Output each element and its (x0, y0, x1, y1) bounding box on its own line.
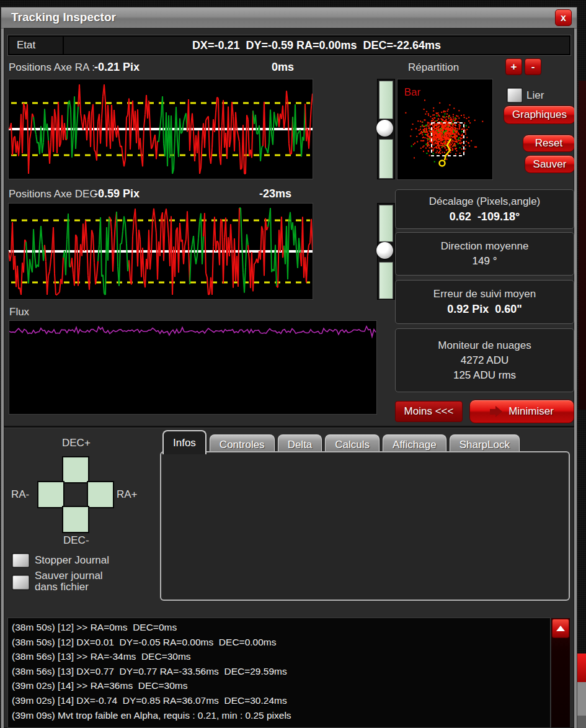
status-value: DX=-0.21 DY=-0.59 RA=0.00ms DEC=-22.64ms (64, 39, 569, 52)
moins-label: Moins <<< (404, 405, 454, 418)
nuages-title: Moniteur de nuages (438, 339, 531, 352)
decalage-box: Décalage (Pixels,angle) 0.62 -109.18° (395, 189, 574, 229)
decalage-value: 0.62 -109.18° (450, 210, 520, 223)
nuages-box: Moniteur de nuages 4272 ADU 125 ADU rms (395, 328, 574, 392)
dec-minus-label: DEC- (63, 534, 89, 547)
minus-icon: - (531, 61, 535, 73)
dec-slider-track-top[interactable] (379, 205, 393, 242)
log-area[interactable]: (38m 50s) [12] >> RA=0ms DEC=0ms (38m 50… (7, 618, 551, 728)
ra-plus-button[interactable] (87, 481, 114, 508)
minimiser-label: Minimiser (508, 405, 554, 418)
decalage-title: Décalage (Pixels,angle) (429, 195, 541, 208)
background-gray-block (577, 682, 586, 716)
log-line: (38m 56s) [13] DX=0.77 DY=0.77 RA=-33.56… (12, 664, 550, 679)
dec-slider-track-bottom[interactable] (379, 262, 393, 299)
plus-icon: + (511, 61, 517, 73)
nuages-value1: 4272 ADU (461, 354, 509, 367)
tab-infos[interactable]: Infos (162, 430, 206, 454)
dec-plus-button[interactable] (62, 456, 89, 483)
window-title: Tracking Inspector (11, 11, 116, 24)
dec-plus-label: DEC+ (62, 437, 91, 449)
log-line: (38m 50s) [12] DX=0.01 DY=-0.05 RA=0.00m… (12, 635, 550, 650)
ra-pix-value: -0.21 Pix (94, 61, 140, 74)
close-button[interactable]: x (555, 9, 572, 26)
infos-tab-panel (160, 451, 570, 601)
ra-slider-track-bottom[interactable] (379, 139, 393, 179)
graphiques-label: Graphiques (512, 109, 567, 121)
close-icon: x (561, 12, 566, 24)
dec-ms-value: -23ms (259, 187, 291, 200)
zoom-minus-button[interactable]: - (525, 58, 541, 75)
direction-title: Direction moyenne (441, 240, 529, 253)
ra-position-graph (8, 79, 313, 179)
scroll-up-icon (556, 626, 565, 631)
minimize-arrow-icon (490, 406, 502, 417)
scatter-corner-label: Bar (404, 86, 420, 99)
dec-pix-value: -0.59 Pix (94, 187, 140, 200)
scroll-up-button[interactable] (552, 619, 569, 638)
ra-plus-label: RA+ (117, 488, 138, 501)
minimiser-button[interactable]: Minimiser (469, 400, 574, 423)
repartition-label: Répartition (408, 61, 459, 74)
erreur-value: 0.92 Pix 0.60" (447, 303, 522, 316)
ra-minus-button[interactable] (37, 481, 64, 508)
title-bar[interactable]: Tracking Inspector x (1, 7, 577, 29)
background-gray-block2 (577, 716, 586, 728)
reset-button[interactable]: Reset (523, 135, 574, 152)
log-line: (38m 50s) [12] >> RA=0ms DEC=0ms (12, 620, 550, 635)
erreur-box: Erreur de suivi moyen 0.92 Pix 0.60" (395, 280, 574, 324)
moins-button[interactable]: Moins <<< (395, 401, 463, 422)
tracking-inspector-window: Tracking Inspector x Etat DX=-0.21 DY=-0… (1, 7, 577, 728)
ra-minus-label: RA- (11, 488, 29, 501)
flux-graph (9, 320, 377, 415)
sauver-journal-checkbox[interactable] (12, 575, 29, 590)
background-strip (579, 81, 586, 410)
background-red-block (577, 654, 586, 682)
ra-axis-label: Positions Axe RA : (9, 61, 95, 74)
direction-box: Direction moyenne 149 ° (395, 232, 574, 276)
nuages-value2: 125 ADU rms (453, 369, 516, 382)
log-scrollbar[interactable] (551, 618, 570, 728)
window-content: Etat DX=-0.21 DY=-0.59 RA=0.00ms DEC=-22… (4, 28, 574, 728)
dec-slider-thumb[interactable] (376, 242, 393, 259)
sauver-button[interactable]: Sauver (525, 155, 574, 173)
sauver-journal-label-line1: Sauver journal (35, 570, 103, 582)
erreur-title: Erreur de suivi moyen (433, 288, 536, 300)
zoom-plus-button[interactable]: + (505, 58, 522, 75)
log-line: (39m 09s) Mvt trop faible en Alpha, requ… (12, 708, 550, 723)
stopper-journal-label: Stopper Journal (35, 554, 109, 567)
status-label: Etat (9, 37, 64, 54)
section-divider (4, 426, 574, 428)
lier-label: Lier (526, 89, 544, 102)
dec-position-graph (8, 203, 313, 300)
lier-checkbox[interactable] (507, 88, 522, 102)
dec-minus-button[interactable] (62, 506, 89, 533)
dec-axis-label: Positions Axe DEC : (9, 188, 103, 200)
ra-slider-track-top[interactable] (379, 81, 393, 119)
direction-value: 149 ° (473, 255, 497, 267)
sauver-label: Sauver (533, 158, 567, 171)
log-line: (38m 56s) [13] >> RA=-34ms DEC=30ms (12, 649, 550, 664)
stopper-journal-checkbox[interactable] (12, 554, 29, 567)
sauver-journal-label-line2: dans fichier (35, 581, 89, 593)
reset-label: Reset (535, 137, 562, 150)
graphiques-button[interactable]: Graphiques (504, 106, 574, 124)
flux-label: Flux (9, 306, 29, 318)
ra-slider-thumb[interactable] (376, 120, 393, 137)
status-bar: Etat DX=-0.21 DY=-0.59 RA=0.00ms DEC=-22… (8, 35, 570, 55)
log-line: (39m 02s) [14] >> RA=36ms DEC=30ms (12, 678, 550, 693)
log-line: (39m 02s) [14] DX=-0.74 DY=0.85 RA=36.07… (12, 693, 550, 708)
ra-ms-value: 0ms (272, 61, 294, 74)
